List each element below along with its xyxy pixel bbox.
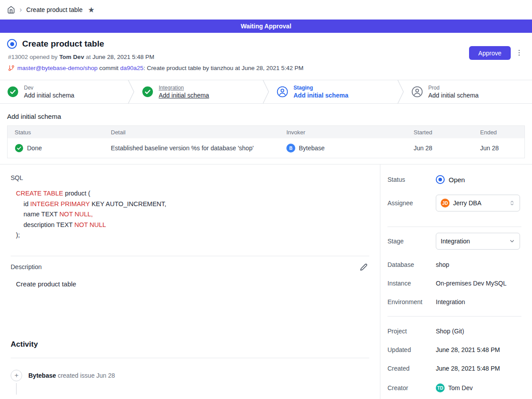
sidebar-row-project: Project Shop (Git) xyxy=(387,328,521,335)
git-branch-icon xyxy=(8,65,15,71)
updated-label: Updated xyxy=(387,346,436,353)
sidebar-row-stage: Stage Integration xyxy=(387,233,521,250)
assignee-avatar: JD xyxy=(441,199,450,207)
creator-label: Creator xyxy=(387,384,436,391)
project-label: Project xyxy=(387,328,436,335)
section-divider xyxy=(11,256,369,256)
stage-task-label: Add initial schema xyxy=(24,92,74,99)
instance-value: On-premises Dev MySQL xyxy=(436,280,506,287)
issue-meta-line: #13002 opened by Tom Dev at June 28, 202… xyxy=(8,54,525,60)
stage-env-label: Dev xyxy=(24,85,74,91)
sidebar-row-assignee: Assignee JD Jerry DBA xyxy=(387,195,521,211)
waiting-approval-banner: Waiting Approval xyxy=(0,20,532,33)
task-section: Add initial schema Status Detail Invoker… xyxy=(0,104,532,164)
instance-label: Instance xyxy=(387,280,436,287)
task-detail-text: Established baseline version %s for data… xyxy=(104,145,279,152)
stage-task-label: Add initial schema xyxy=(428,92,479,99)
issue-id: #13002 xyxy=(8,54,28,60)
bookmark-star-icon[interactable]: ★ xyxy=(88,6,94,14)
stage-done-icon xyxy=(7,86,19,98)
stage-separator xyxy=(397,80,404,103)
stage-value: Integration xyxy=(441,238,505,245)
stage-task-link[interactable]: Add initial schema xyxy=(159,92,209,99)
repo-branch-link[interactable]: master@bytebase-demo/shop xyxy=(17,65,98,71)
activity-item: ＋ Bytebase created issue Jun 28 xyxy=(11,370,369,381)
stage-env-label: Staging xyxy=(293,85,348,91)
invoker-name: Bytebase xyxy=(299,145,325,152)
sidebar-divider xyxy=(387,227,521,227)
activity-action: created issue Jun 28 xyxy=(56,372,115,379)
sidebar-row-status: Status Open xyxy=(387,175,521,184)
created-label: Created xyxy=(387,365,436,372)
sidebar-row-updated: Updated June 28, 2021 5:48 PM xyxy=(387,346,521,353)
stage-select[interactable]: Integration xyxy=(436,233,520,250)
activity-heading: Activity xyxy=(11,340,369,349)
column-header-ended: Ended xyxy=(473,129,524,136)
stage-task-label: Add initial schema xyxy=(293,92,348,99)
approve-button[interactable]: Approve xyxy=(469,46,511,60)
stage-pending-person-icon xyxy=(411,86,423,98)
issue-opened-date: June 28, 2021 5:48 PM xyxy=(92,54,154,60)
created-value: June 28, 2021 5:48 PM xyxy=(436,365,500,372)
updated-value: June 28, 2021 5:48 PM xyxy=(436,346,500,353)
sidebar-divider xyxy=(387,316,521,317)
issue-sidebar: Status Open Assignee JD Jerry DBA Stage … xyxy=(380,164,532,399)
task-heading: Add initial schema xyxy=(7,113,525,120)
issue-title: Create product table xyxy=(22,39,104,49)
commit-line: master@bytebase-demo/shop commit da90a25… xyxy=(8,65,525,71)
stage-separator xyxy=(128,80,135,103)
description-label: Description xyxy=(11,263,42,270)
home-icon[interactable] xyxy=(7,6,15,14)
stage-label: Stage xyxy=(387,238,436,245)
top-bar: › Create product table ★ xyxy=(0,0,532,20)
pipeline-stage-prod[interactable]: ProdAdd initial schema xyxy=(404,80,532,103)
status-value: Open xyxy=(449,176,465,184)
status-open-icon xyxy=(436,175,445,184)
timeline-connector xyxy=(16,383,17,395)
sidebar-row-creator: Creator TD Tom Dev xyxy=(387,383,521,392)
pipeline-stage-bar: DevAdd initial schema IntegrationAdd ini… xyxy=(0,80,532,104)
assignee-select[interactable]: JD Jerry DBA xyxy=(436,195,520,211)
database-value: shop xyxy=(436,261,449,268)
task-started-date: Jun 28 xyxy=(407,145,473,152)
stage-env-label: Prod xyxy=(428,85,479,91)
sidebar-row-created: Created June 28, 2021 5:48 PM xyxy=(387,365,521,372)
stage-done-icon xyxy=(142,86,153,98)
issue-author: Tom Dev xyxy=(59,54,84,60)
invoker-avatar: B xyxy=(286,144,295,153)
activity-actor: Bytebase xyxy=(28,372,56,379)
task-ended-date: Jun 28 xyxy=(473,145,524,152)
pipeline-stage-staging[interactable]: StagingAdd initial schema xyxy=(270,80,397,103)
commit-message: : Create product table by tianzhou at Ju… xyxy=(144,65,304,71)
issue-open-status-icon xyxy=(7,39,17,49)
sql-section-label: SQL xyxy=(11,174,369,181)
stage-separator xyxy=(262,80,270,103)
task-table: Status Detail Invoker Started Ended Done… xyxy=(7,125,525,158)
table-row[interactable]: Done Established baseline version %s for… xyxy=(8,138,524,158)
commit-hash-link[interactable]: da90a25 xyxy=(120,65,144,71)
stage-env-label[interactable]: Integration xyxy=(159,85,209,91)
activity-divider xyxy=(11,358,369,358)
sql-statement: CREATE TABLE product ( id INTEGER PRIMAR… xyxy=(16,188,369,241)
pipeline-stage-dev[interactable]: DevAdd initial schema xyxy=(0,80,128,103)
edit-description-pencil-icon[interactable] xyxy=(360,263,368,271)
breadcrumb-current[interactable]: Create product table xyxy=(26,6,82,13)
column-header-started: Started xyxy=(407,129,473,136)
stage-active-person-icon xyxy=(277,86,288,98)
issue-detail-column: SQL CREATE TABLE product ( id INTEGER PR… xyxy=(0,164,380,399)
creator-value: Tom Dev xyxy=(448,384,473,391)
issue-header: Create product table #13002 opened by To… xyxy=(0,33,532,80)
select-stepper-icon xyxy=(509,200,515,206)
breadcrumb-chevron-icon: › xyxy=(20,6,22,13)
pipeline-stage-integration[interactable]: IntegrationAdd initial schema xyxy=(135,80,262,103)
more-actions-kebab-icon[interactable] xyxy=(515,49,523,57)
column-header-detail: Detail xyxy=(104,129,279,136)
chevron-down-icon xyxy=(509,238,515,244)
task-table-header: Status Detail Invoker Started Ended xyxy=(8,126,524,138)
database-label: Database xyxy=(387,261,436,268)
environment-value: Integration xyxy=(436,298,465,305)
project-value: Shop (Git) xyxy=(436,328,464,335)
environment-label: Environment xyxy=(387,298,436,305)
main-content: SQL CREATE TABLE product ( id INTEGER PR… xyxy=(0,164,532,399)
creator-avatar: TD xyxy=(436,383,445,392)
